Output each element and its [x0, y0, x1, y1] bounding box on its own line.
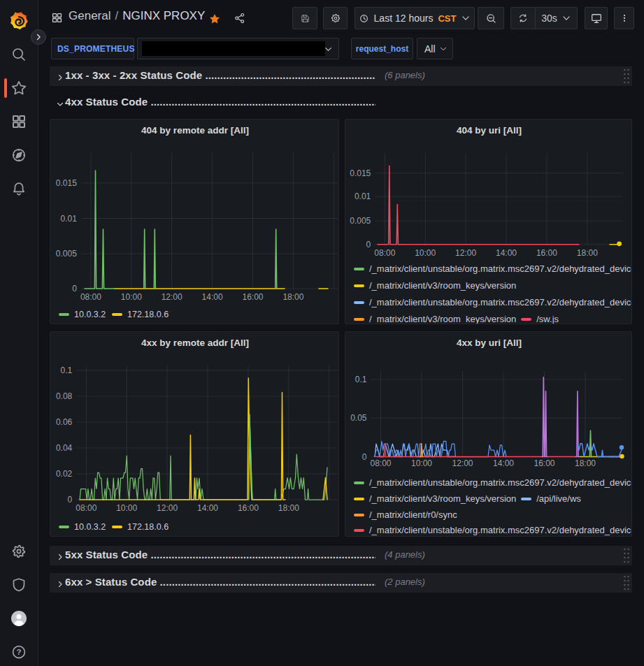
svg-text:12:00: 12:00	[157, 503, 178, 513]
svg-text:14:00: 14:00	[496, 248, 517, 258]
svg-text:14:00: 14:00	[197, 503, 218, 513]
svg-text:08:00: 08:00	[76, 503, 96, 513]
svg-text:18:00: 18:00	[577, 248, 598, 258]
svg-text:0: 0	[72, 284, 77, 294]
svg-text:10:00: 10:00	[116, 503, 137, 513]
svg-text:0.01: 0.01	[355, 191, 371, 201]
svg-text:0.01: 0.01	[61, 214, 78, 224]
svg-text:?: ?	[16, 648, 21, 656]
svg-text:0: 0	[366, 240, 371, 249]
svg-text:0.08: 0.08	[56, 391, 73, 401]
svg-text:16:00: 16:00	[534, 458, 554, 468]
svg-text:0.1: 0.1	[355, 375, 367, 384]
svg-text:16:00: 16:00	[238, 503, 259, 513]
svg-text:12:00: 12:00	[162, 292, 183, 302]
svg-text:0.1: 0.1	[61, 365, 73, 375]
svg-text:0.015: 0.015	[56, 178, 77, 188]
svg-text:0.06: 0.06	[56, 417, 73, 427]
svg-text:0.005: 0.005	[56, 249, 77, 259]
svg-text:08:00: 08:00	[374, 248, 395, 258]
svg-text:08:00: 08:00	[370, 458, 391, 468]
svg-text:16:00: 16:00	[242, 292, 263, 302]
svg-text:18:00: 18:00	[278, 503, 299, 513]
svg-text:0.02: 0.02	[56, 469, 73, 479]
svg-text:10:00: 10:00	[121, 292, 142, 302]
svg-text:12:00: 12:00	[452, 458, 473, 468]
svg-text:10:00: 10:00	[415, 248, 436, 258]
svg-text:0: 0	[362, 452, 367, 462]
svg-text:08:00: 08:00	[80, 292, 101, 302]
svg-text:0: 0	[68, 495, 73, 505]
svg-text:14:00: 14:00	[493, 458, 514, 468]
svg-text:18:00: 18:00	[575, 458, 596, 468]
svg-text:0.005: 0.005	[350, 216, 371, 226]
svg-text:16:00: 16:00	[536, 248, 557, 258]
svg-text:0.04: 0.04	[56, 443, 73, 453]
svg-text:12:00: 12:00	[455, 248, 476, 258]
svg-text:10:00: 10:00	[411, 458, 432, 468]
svg-text:0.015: 0.015	[350, 168, 371, 178]
svg-text:18:00: 18:00	[282, 292, 303, 302]
svg-text:0.05: 0.05	[350, 413, 367, 423]
svg-text:14:00: 14:00	[202, 292, 223, 302]
